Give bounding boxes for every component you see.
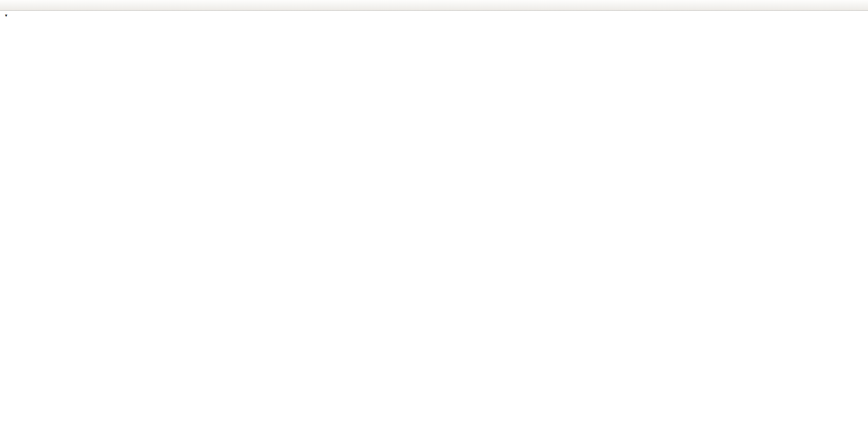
main-toolbar	[0, 0, 868, 11]
chart-window: ▼	[0, 11, 868, 433]
trading-terminal-window: ▼	[0, 0, 868, 433]
chart-canvas[interactable]	[0, 11, 868, 433]
chart-dropdown-icon[interactable]: ▼	[4, 13, 8, 18]
chart-title: ▼	[4, 13, 15, 18]
